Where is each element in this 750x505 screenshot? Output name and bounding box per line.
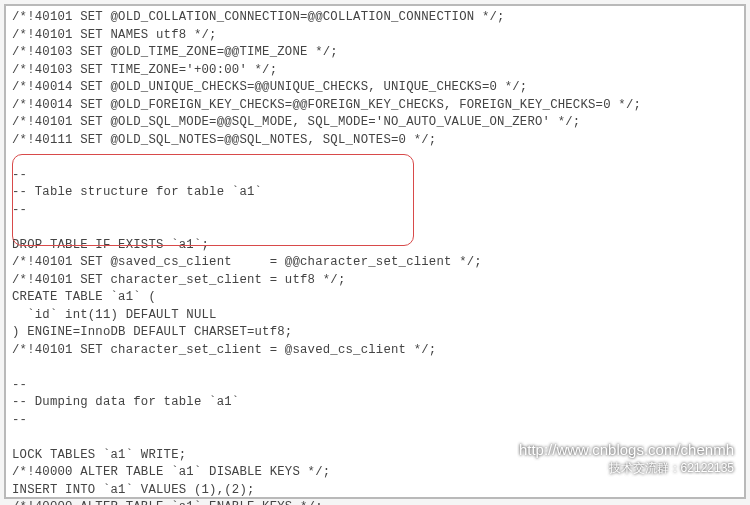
watermark-group: 技术交流群：62122135 [519, 460, 734, 477]
watermark: http://www.cnblogs.com/chenmh 技术交流群：6212… [519, 441, 734, 477]
watermark-url: http://www.cnblogs.com/chenmh [519, 441, 734, 458]
sql-code-block: /*!40101 SET @OLD_COLLATION_CONNECTION=@… [12, 9, 738, 505]
code-frame: /*!40101 SET @OLD_COLLATION_CONNECTION=@… [4, 4, 746, 499]
